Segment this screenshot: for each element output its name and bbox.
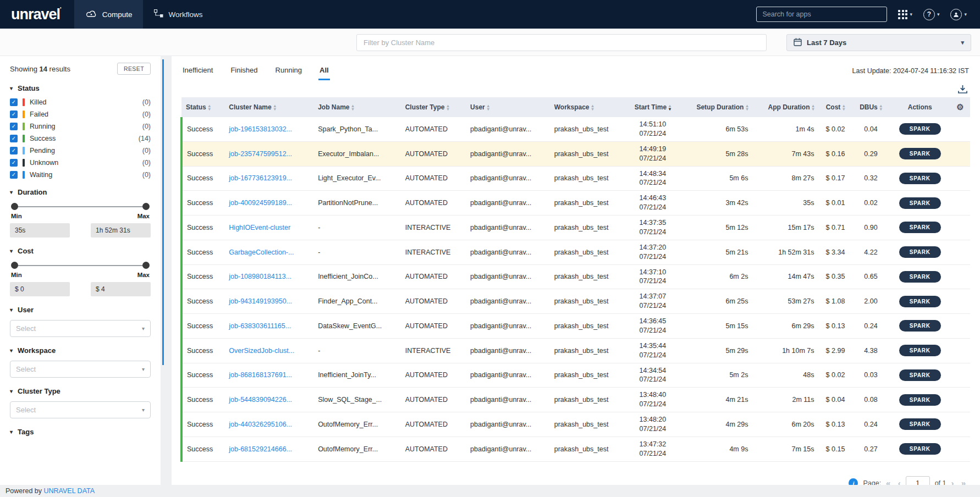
user-cell: pbadiganti@unrav... — [470, 371, 531, 379]
unravel-data-link[interactable]: UNRAVEL DATA — [43, 487, 95, 495]
spark-action-button[interactable]: SPARK — [899, 246, 941, 258]
cluster-name-link[interactable]: job-868168137691... — [229, 371, 292, 379]
column-header-actions[interactable]: Actions — [890, 97, 951, 117]
spark-action-button[interactable]: SPARK — [899, 345, 941, 356]
column-header-user[interactable]: User — [466, 97, 550, 117]
status-section-header[interactable]: ▾ Status — [10, 84, 151, 92]
duration-max-value[interactable]: 1h 52m 31s — [91, 223, 151, 238]
checkbox-checked-icon[interactable] — [10, 171, 18, 179]
duration-slider-min-handle[interactable] — [11, 203, 18, 210]
spark-action-button[interactable]: SPARK — [899, 197, 941, 209]
info-icon[interactable]: i — [849, 478, 858, 485]
cluster-type-cell: AUTOMATED — [405, 150, 448, 158]
setup-duration-cell: 6m 25s — [725, 297, 748, 305]
user-menu[interactable]: ▾ — [950, 9, 967, 20]
cluster-name-link[interactable]: job-400924599189... — [229, 199, 292, 207]
pagination-next-button[interactable] — [951, 478, 954, 485]
spark-action-button[interactable]: SPARK — [899, 222, 941, 233]
cost-section-header[interactable]: ▾ Cost — [10, 247, 151, 255]
cluster-type-section-header[interactable]: ▾ Cluster Type — [10, 387, 151, 395]
cluster-type-cell: AUTOMATED — [405, 199, 448, 207]
tab-all[interactable]: All — [318, 62, 330, 80]
reset-filters-button[interactable]: RESET — [117, 63, 151, 75]
cluster-name-link[interactable]: job-544839094226... — [229, 396, 292, 404]
table-row: Success job-440326295106... OutofMemory_… — [181, 412, 970, 437]
cost-max-value[interactable]: $ 4 — [91, 282, 151, 296]
apps-menu[interactable]: ▾ — [898, 10, 912, 19]
dbus-cell: 0.04 — [864, 125, 877, 133]
cluster-name-link[interactable]: job-638303611165... — [229, 322, 291, 330]
table-body: Success job-196153813032... Spark_Python… — [181, 117, 970, 461]
nav-item-compute[interactable]: Compute — [74, 0, 144, 29]
column-header-cluster-type[interactable]: Cluster Type — [401, 97, 466, 117]
tab-inefficient[interactable]: Inefficient — [181, 62, 214, 80]
nav-item-workflows[interactable]: Workflows — [143, 0, 213, 29]
column-settings-button[interactable] — [950, 97, 970, 117]
sidebar-scrollbar[interactable] — [161, 56, 172, 485]
download-icon[interactable] — [957, 85, 968, 94]
spark-action-button[interactable]: SPARK — [899, 296, 941, 307]
cluster-name-link[interactable]: job-167736123919... — [229, 174, 292, 182]
pagination-last-button[interactable] — [959, 478, 966, 485]
workspace-select[interactable]: Select ▾ — [10, 361, 151, 378]
column-header-setup-duration[interactable]: Setup Duration — [680, 97, 752, 117]
app-duration-cell: 1h 52m 31s — [778, 248, 814, 256]
cost-slider-max-handle[interactable] — [142, 262, 150, 269]
cluster-name-link[interactable]: GarbageCollection-... — [229, 248, 294, 256]
cost-slider-min-handle[interactable] — [11, 262, 18, 269]
job-name-cell: DataSkew_EventG... — [318, 322, 382, 330]
cluster-name-link[interactable]: job-681529214666... — [229, 445, 292, 453]
spark-action-button[interactable]: SPARK — [899, 173, 941, 184]
pagination-first-button[interactable] — [886, 478, 893, 485]
cluster-name-link[interactable]: job-943149193950... — [229, 297, 292, 305]
cost-min-value[interactable]: $ 0 — [10, 282, 70, 296]
user-select[interactable]: Select ▾ — [10, 320, 151, 337]
pagination-prev-button[interactable] — [898, 478, 901, 485]
duration-min-value[interactable]: 35s — [10, 223, 70, 238]
spark-action-button[interactable]: SPARK — [899, 123, 941, 135]
page-number-input[interactable] — [906, 476, 930, 485]
cluster-name-link[interactable]: job-440326295106... — [229, 421, 292, 428]
duration-slider-max-handle[interactable] — [142, 203, 150, 210]
column-header-cost[interactable]: Cost — [819, 97, 852, 117]
cluster-name-link[interactable]: job-235747599512... — [229, 150, 292, 158]
column-header-status[interactable]: Status — [181, 97, 224, 117]
spark-action-button[interactable]: SPARK — [899, 148, 941, 159]
app-search-input[interactable] — [756, 7, 887, 22]
checkbox-checked-icon[interactable] — [10, 123, 18, 130]
status-cell: Success — [187, 174, 213, 182]
date-range-select[interactable]: Last 7 Days ▾ — [786, 34, 971, 51]
top-navbar: unravel Compute Workflows ▾ ? ▾ ▾ — [0, 0, 980, 29]
column-header-start-time[interactable]: Start Time — [625, 97, 680, 117]
checkbox-checked-icon[interactable] — [10, 159, 18, 167]
column-header-workspace[interactable]: Workspace — [550, 97, 626, 117]
checkbox-checked-icon[interactable] — [10, 111, 18, 118]
checkbox-checked-icon[interactable] — [10, 147, 18, 154]
spark-action-button[interactable]: SPARK — [899, 369, 941, 381]
spark-action-button[interactable]: SPARK — [899, 394, 941, 406]
cluster-name-filter-input[interactable] — [356, 34, 767, 51]
column-header-dbus[interactable]: DBUs — [852, 97, 889, 117]
checkbox-checked-icon[interactable] — [10, 98, 18, 106]
column-header-job-name[interactable]: Job Name — [313, 97, 401, 117]
spark-action-button[interactable]: SPARK — [899, 443, 941, 455]
spark-action-button[interactable]: SPARK — [899, 418, 941, 430]
help-menu[interactable]: ? ▾ — [923, 9, 940, 20]
tab-finished[interactable]: Finished — [229, 62, 258, 80]
cluster-type-select[interactable]: Select ▾ — [10, 401, 151, 418]
checkbox-checked-icon[interactable] — [10, 135, 18, 142]
cluster-name-link[interactable]: HighIOEvent-cluster — [229, 224, 290, 231]
spark-action-button[interactable]: SPARK — [899, 271, 941, 283]
column-header-app-duration[interactable]: App Duration — [752, 97, 818, 117]
cluster-name-link[interactable]: job-196153813032... — [229, 125, 292, 133]
spark-action-button[interactable]: SPARK — [899, 320, 941, 332]
cluster-name-link[interactable]: job-108980184113... — [229, 273, 291, 280]
user-section-header[interactable]: ▾ User — [10, 306, 151, 314]
cluster-name-link[interactable]: OverSizedJob-clust... — [229, 347, 294, 355]
column-header-cluster-name[interactable]: Cluster Name — [224, 97, 313, 117]
workspace-section-header[interactable]: ▾ Workspace — [10, 346, 151, 355]
duration-section-header[interactable]: ▾ Duration — [10, 188, 151, 196]
tags-section-header[interactable]: ▾ Tags — [10, 428, 151, 436]
status-filter-label: Running — [30, 123, 56, 130]
tab-running[interactable]: Running — [274, 62, 303, 80]
